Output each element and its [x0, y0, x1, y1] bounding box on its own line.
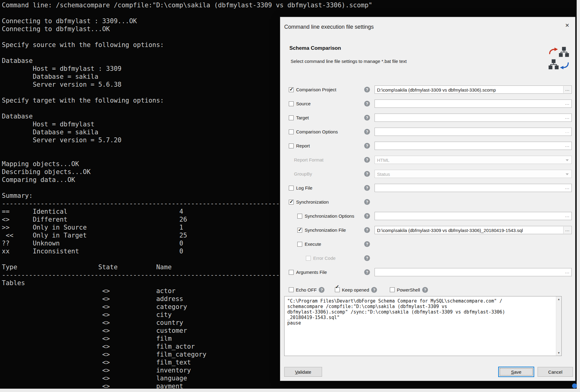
help-icon[interactable]: ? — [364, 115, 370, 121]
echo-off-label: Echo OFF — [296, 287, 317, 292]
arguments-file-label: Arguments File — [296, 270, 327, 275]
command-line-settings-dialog: Command line execution file settings ✕ S… — [280, 17, 575, 381]
check-icon: ✓ — [289, 199, 293, 205]
row-log-file: Log File ? … — [280, 183, 575, 193]
cursor-indicator — [572, 383, 577, 388]
powershell-group: PowerShell ? — [390, 285, 428, 294]
comparison-options-field[interactable]: … — [375, 128, 572, 136]
cancel-button[interactable]: Cancel — [538, 367, 573, 377]
checkbox-synchronization-file[interactable]: ✓ — [297, 228, 302, 233]
checkbox-keep-opened[interactable]: ✓ — [335, 287, 340, 292]
row-execute: Execute ? — [280, 240, 575, 249]
validate-accel: V — [295, 369, 298, 375]
log-file-field[interactable]: … — [375, 184, 572, 192]
help-icon[interactable]: ? — [364, 185, 370, 191]
checkbox-echo-off[interactable] — [289, 287, 294, 292]
browse-button[interactable]: … — [563, 114, 571, 121]
comparison-project-label: Comparison Project — [296, 87, 336, 92]
checkbox-log-file[interactable] — [289, 186, 294, 191]
help-icon[interactable]: ? — [364, 129, 370, 135]
bat-text[interactable]: "C:\Program Files\Devart\dbForge Schema … — [285, 296, 561, 328]
browse-button[interactable]: … — [563, 128, 571, 135]
report-field[interactable]: … — [375, 142, 572, 150]
bat-text-box[interactable]: "C:\Program Files\Devart\dbForge Schema … — [284, 296, 562, 356]
checkbox-comparison-project[interactable]: ✓ — [289, 87, 294, 92]
error-code-label: Error Code — [313, 256, 335, 261]
row-target: Target ? … — [280, 113, 575, 122]
scroll-down-icon[interactable]: ▼ — [556, 350, 561, 356]
help-icon[interactable]: ? — [371, 287, 377, 293]
browse-button[interactable]: … — [563, 269, 571, 276]
groupby-label: GroupBy — [294, 171, 312, 176]
help-icon[interactable]: ? — [364, 143, 370, 149]
chevron-down-icon — [566, 159, 569, 161]
row-error-code: Error Code ? — [280, 254, 575, 263]
source-label: Source — [296, 101, 311, 106]
validate-rest: alidate — [298, 369, 311, 375]
help-icon[interactable]: ? — [364, 199, 370, 205]
check-icon: ✓ — [335, 284, 339, 290]
browse-button[interactable]: … — [563, 86, 571, 93]
help-icon[interactable]: ? — [364, 255, 370, 261]
browse-button[interactable]: … — [563, 212, 571, 220]
checkbox-execute[interactable] — [297, 242, 302, 247]
save-accel: S — [511, 369, 514, 375]
checkbox-source[interactable] — [289, 101, 294, 106]
arguments-file-field[interactable]: … — [375, 268, 572, 276]
dialog-title: Command line execution file settings — [284, 24, 374, 30]
checkbox-powershell[interactable] — [390, 287, 395, 292]
browse-button[interactable]: … — [563, 142, 571, 149]
help-icon[interactable]: ? — [364, 87, 370, 93]
checkbox-report[interactable] — [289, 143, 294, 148]
row-report: Report ? … — [280, 141, 575, 151]
synchronization-options-label: Synchronization Options — [305, 213, 354, 219]
help-icon[interactable]: ? — [364, 241, 370, 247]
groupby-value: Status — [377, 172, 562, 177]
checkbox-synchronization-options[interactable] — [297, 214, 302, 219]
window-edge-bottom — [0, 389, 580, 392]
scroll-up-icon[interactable]: ▲ — [556, 296, 561, 302]
report-format-value: HTML — [377, 158, 562, 163]
synchronization-options-field[interactable]: … — [375, 212, 572, 220]
synchronization-file-field[interactable]: D:\comp\sakila (dbfmylast-3309 vs dbfmyl… — [375, 226, 572, 234]
echo-off-group: Echo OFF ? — [289, 285, 324, 294]
comparison-project-field[interactable]: D:\comp\sakila (dbfmylast-3309 vs dbfmyl… — [375, 85, 572, 94]
synchronization-file-value: D:\comp\sakila (dbfmylast-3309 vs dbfmyl… — [377, 228, 562, 233]
dialog-subtitle: Select command line file settings to man… — [291, 59, 407, 64]
checkbox-target[interactable] — [289, 115, 294, 120]
browse-button[interactable]: … — [563, 227, 571, 234]
report-label: Report — [296, 143, 310, 148]
row-comparison-project: ✓ Comparison Project ? D:\comp\sakila (d… — [280, 85, 575, 94]
help-icon[interactable]: ? — [319, 287, 324, 293]
validate-button[interactable]: Validate — [284, 367, 322, 377]
browse-button[interactable]: … — [563, 100, 571, 107]
help-icon[interactable]: ? — [364, 171, 370, 177]
scrollbar[interactable]: ▲ ▼ — [556, 296, 561, 356]
checkbox-arguments-file[interactable] — [289, 270, 294, 275]
schema-comparison-heading: Schema Comparison — [289, 45, 341, 51]
source-field[interactable]: … — [375, 100, 572, 108]
schema-comparison-icon — [548, 46, 570, 71]
save-button[interactable]: Save — [498, 367, 534, 377]
help-icon[interactable]: ? — [364, 101, 370, 107]
help-icon[interactable]: ? — [364, 157, 370, 163]
synchronization-file-label: Synchronization File — [305, 227, 346, 233]
execute-label: Execute — [305, 241, 321, 247]
row-synchronization-options: Synchronization Options ? … — [280, 212, 575, 221]
check-icon: ✓ — [289, 86, 293, 92]
checkbox-synchronization[interactable]: ✓ — [289, 200, 294, 205]
synchronization-label: Synchronization — [296, 199, 329, 205]
row-groupby: GroupBy ? Status — [280, 169, 575, 179]
checkbox-comparison-options[interactable] — [289, 129, 294, 134]
help-icon[interactable]: ? — [364, 269, 370, 275]
help-icon[interactable]: ? — [364, 213, 370, 219]
help-icon[interactable]: ? — [364, 227, 370, 233]
browse-button[interactable]: … — [563, 184, 571, 191]
row-comparison-options: Comparison Options ? … — [280, 127, 575, 136]
keep-opened-group: ✓ Keep opened ? — [335, 285, 377, 294]
help-icon[interactable]: ? — [422, 287, 428, 293]
close-icon[interactable]: ✕ — [562, 21, 572, 30]
log-file-label: Log File — [296, 185, 312, 191]
target-field[interactable]: … — [375, 114, 572, 122]
chevron-down-icon — [566, 173, 569, 175]
